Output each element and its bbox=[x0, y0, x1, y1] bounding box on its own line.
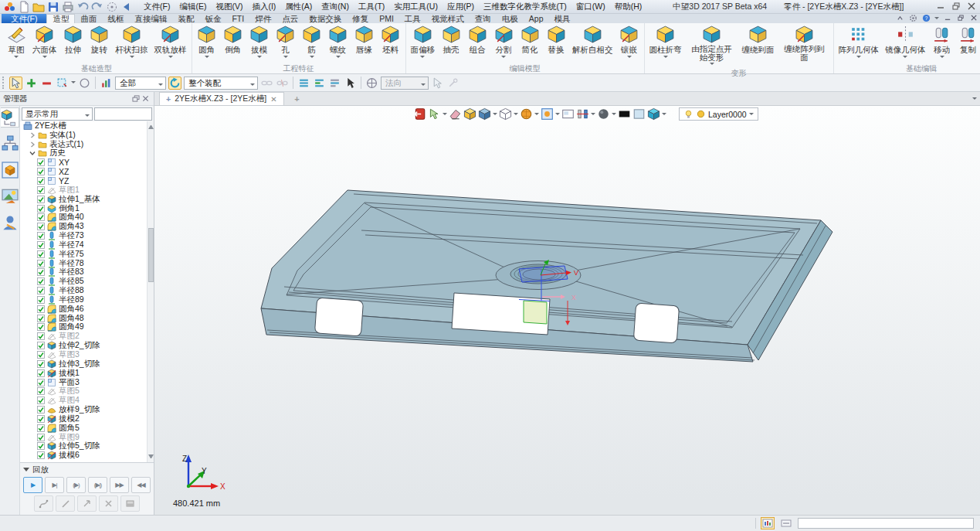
tree-checkbox[interactable] bbox=[37, 186, 45, 194]
scope-select[interactable]: 整个装配 bbox=[184, 77, 258, 90]
menu-item[interactable]: 插入(I) bbox=[247, 0, 280, 13]
tree-search-input[interactable] bbox=[94, 107, 152, 121]
render-mode-icon[interactable] bbox=[647, 108, 660, 121]
dual-rail-loft-dropdown-icon[interactable] bbox=[168, 56, 173, 60]
ribbon-tab-视觉样式[interactable]: 视觉样式 bbox=[426, 14, 470, 23]
deform-from-point-dropdown-icon[interactable] bbox=[710, 63, 714, 67]
rod-sweep-button[interactable]: 杆状扫掠 bbox=[113, 24, 151, 61]
probe-disabled-icon[interactable] bbox=[446, 77, 459, 90]
tree-expander-icon[interactable] bbox=[29, 132, 36, 138]
tree-checkbox[interactable] bbox=[37, 415, 45, 423]
box-button[interactable]: 六面体 bbox=[29, 24, 60, 61]
tree-item[interactable]: 拉伸1_基体 bbox=[20, 195, 147, 204]
ribbon-tab-直接编辑[interactable]: 直接编辑 bbox=[129, 14, 172, 23]
divide-button[interactable]: 分割 bbox=[490, 24, 517, 61]
restore-button[interactable] bbox=[951, 2, 961, 11]
pick-button[interactable] bbox=[77, 495, 97, 512]
step-to-button[interactable]: (▶|) bbox=[88, 477, 107, 493]
edit-button[interactable] bbox=[56, 495, 75, 512]
facets-icon[interactable] bbox=[520, 108, 533, 121]
tree-checkbox[interactable] bbox=[37, 342, 45, 349]
pick-mode-icon[interactable] bbox=[428, 108, 441, 121]
ribbon-tab-查询[interactable]: 查询 bbox=[470, 14, 497, 23]
save-icon[interactable] bbox=[47, 1, 59, 12]
ribbon-tab-App[interactable]: App bbox=[524, 14, 549, 23]
render-mode-icon-dropdown[interactable] bbox=[662, 113, 666, 117]
tree-checkbox[interactable] bbox=[37, 268, 45, 276]
link-icon[interactable] bbox=[260, 77, 273, 90]
toolbar-grip[interactable] bbox=[2, 77, 5, 89]
face-offset-dropdown-icon[interactable] bbox=[420, 56, 425, 60]
tree-checkbox[interactable] bbox=[37, 379, 45, 386]
tree-item[interactable]: 放样9_切除 bbox=[20, 405, 147, 414]
ribbon-tab-工具[interactable]: 工具 bbox=[399, 14, 426, 23]
sort-icon[interactable] bbox=[100, 77, 113, 90]
tree-checkbox[interactable] bbox=[37, 177, 45, 185]
tree-checkbox[interactable] bbox=[37, 250, 45, 258]
tree-checkbox[interactable] bbox=[37, 296, 45, 304]
simplify-button[interactable]: 简化 bbox=[517, 24, 543, 61]
thread-dropdown-icon[interactable] bbox=[336, 56, 341, 60]
menu-item[interactable]: 视图(V) bbox=[211, 0, 247, 13]
tree-checkbox[interactable] bbox=[37, 424, 45, 432]
tab-close-icon[interactable]: ✕ bbox=[270, 95, 276, 104]
ribbon-tab-PMI[interactable]: PMI bbox=[374, 14, 399, 23]
help-icon[interactable]: ? bbox=[921, 14, 931, 22]
ribbon-tab-修复[interactable]: 修复 bbox=[347, 14, 374, 23]
model-canvas[interactable]: V X bbox=[154, 106, 980, 515]
file-menu-button[interactable]: 文件(F) bbox=[2, 14, 46, 23]
pattern-geometry-dropdown-icon[interactable] bbox=[856, 56, 861, 60]
menu-item[interactable]: 工具(T) bbox=[354, 0, 389, 13]
tree-checkbox[interactable] bbox=[37, 434, 45, 441]
doc-restore-button[interactable] bbox=[956, 14, 965, 22]
pattern-geometry-button[interactable]: 阵列几何体 bbox=[836, 24, 883, 61]
copy-button[interactable]: 复制 bbox=[955, 24, 980, 61]
section-view-icon-dropdown[interactable] bbox=[591, 113, 595, 117]
viewport-layout-icon[interactable] bbox=[561, 108, 575, 121]
stock-button[interactable]: 坯料 bbox=[378, 24, 404, 61]
section-view-icon[interactable] bbox=[576, 108, 589, 121]
add-selection-icon[interactable] bbox=[25, 77, 38, 90]
chamfer-button[interactable]: 倒角 bbox=[220, 24, 246, 61]
redo-icon[interactable] bbox=[91, 1, 103, 12]
tree-checkbox[interactable] bbox=[37, 369, 45, 377]
normal-select[interactable]: 法向 bbox=[381, 77, 429, 90]
ribbon-tab-数据交换[interactable]: 数据交换 bbox=[303, 14, 347, 23]
panel-close-icon[interactable] bbox=[141, 94, 151, 104]
play-to-end-button[interactable]: ▶| bbox=[45, 477, 64, 493]
help-dropdown-icon[interactable] bbox=[934, 17, 939, 22]
compass-icon[interactable] bbox=[365, 77, 378, 90]
tree-item[interactable]: 拔模2 bbox=[20, 414, 147, 424]
pattern-filter-icon[interactable] bbox=[56, 77, 69, 90]
ribbon-tab-线框[interactable]: 线框 bbox=[102, 14, 129, 23]
appearance-icon-dropdown[interactable] bbox=[612, 113, 616, 117]
list-view-icon[interactable] bbox=[297, 77, 310, 90]
scroll-up-icon[interactable] bbox=[148, 123, 154, 129]
doc-minimize-button[interactable] bbox=[943, 14, 952, 22]
history-manager-tab-icon[interactable] bbox=[1, 107, 19, 128]
ribbon-tab-装配[interactable]: 装配 bbox=[172, 14, 199, 23]
ribbon-tab-模具[interactable]: 模具 bbox=[549, 14, 576, 23]
tree-scrollbar[interactable] bbox=[147, 121, 154, 462]
remove-selection-icon[interactable] bbox=[40, 77, 53, 90]
move-dropdown-icon[interactable] bbox=[940, 56, 944, 60]
view-manager-tab-icon[interactable] bbox=[1, 160, 19, 180]
new-tab-button[interactable]: + bbox=[289, 93, 306, 105]
lip-button[interactable]: 唇缘 bbox=[351, 24, 378, 61]
document-tab[interactable]: + 2YE水槽X.Z3 - [2YE水槽] ✕ bbox=[159, 92, 284, 105]
fillet-button[interactable]: 圆角 bbox=[194, 24, 220, 61]
panel-float-icon[interactable] bbox=[131, 94, 141, 104]
state-button[interactable] bbox=[120, 495, 140, 512]
box-dropdown-icon[interactable] bbox=[42, 56, 47, 60]
tree-checkbox[interactable] bbox=[37, 277, 45, 285]
tree-checkbox[interactable] bbox=[37, 442, 45, 450]
rib-button[interactable]: 筋 bbox=[299, 24, 325, 61]
tree-checkbox[interactable] bbox=[37, 323, 45, 331]
tree-checkbox[interactable] bbox=[37, 360, 45, 368]
eraser-icon[interactable] bbox=[449, 108, 462, 121]
blue-swatch-icon[interactable] bbox=[632, 108, 646, 121]
delete-button[interactable] bbox=[99, 495, 118, 512]
cylinder-bend-button[interactable]: 圆柱折弯 bbox=[646, 24, 685, 61]
tree-checkbox[interactable] bbox=[37, 158, 45, 166]
tree-checkbox[interactable] bbox=[37, 315, 45, 322]
